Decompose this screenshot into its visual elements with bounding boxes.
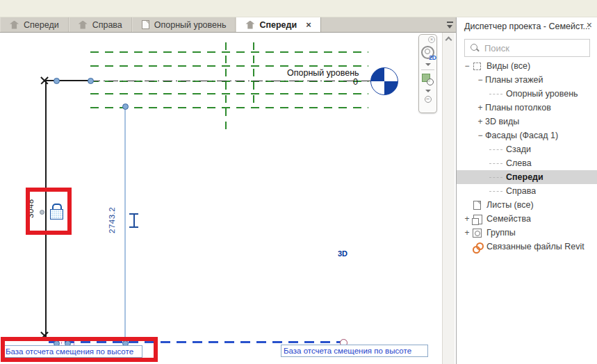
reference-plane-line[interactable] [90, 65, 368, 67]
tree-item-спереди[interactable]: Спереди [457, 170, 597, 184]
tree-item-label: Виды (все) [486, 61, 530, 71]
project-browser-header: Диспетчер проекта - Семейст... × [457, 17, 597, 36]
tree-item-label: Связанные файлы Revit [486, 242, 584, 251]
sheet-icon [472, 200, 482, 210]
base-offset-label-mid[interactable]: База отсчета смещения по высоте [281, 345, 428, 357]
tab-label: Спереди [24, 20, 59, 30]
tree-item-label: Планы этажей [485, 75, 543, 85]
level-datum-symbol[interactable] [370, 67, 398, 95]
revit-window: СпередиСправаОпорный уровеньСпереди× Опо… [0, 0, 597, 364]
tree-item-label: Листы (все) [486, 200, 534, 210]
tab-label: Спереди [259, 20, 297, 30]
tree-item-планы-этажей[interactable]: −Планы этажей [457, 73, 597, 87]
tree-expander-icon[interactable]: − [475, 131, 485, 140]
tree-item-связанные-файлы-revit[interactable]: Связанные файлы Revit [457, 240, 597, 254]
tree-item-label: Группы [486, 228, 516, 238]
tree-item-семейства[interactable]: +Семейства [457, 212, 597, 226]
level-line-dashdot[interactable] [90, 81, 370, 81]
wheel-options-chevron-icon[interactable] [425, 63, 431, 66]
views-icon [472, 61, 482, 72]
tree-item-листы-(все)[interactable]: Листы (все) [457, 198, 597, 212]
tree-connector [489, 191, 502, 192]
tree-item-label: Планы потолков [485, 103, 551, 113]
tree-item-label: Семейства [486, 214, 531, 224]
tree-expander-icon[interactable]: + [462, 214, 472, 224]
endpoint-x-marker [40, 76, 49, 85]
reference-plane-line-vertical[interactable] [253, 42, 254, 106]
reference-plane-line[interactable] [90, 51, 368, 53]
tree-item-фасады-(фасад-1)[interactable]: −Фасады (Фасад 1) [457, 129, 597, 142]
view-tab[interactable]: Опорный уровень [132, 17, 236, 32]
search-icon [470, 43, 480, 53]
project-browser-panel: Диспетчер проекта - Семейст... × −Виды (… [456, 17, 597, 364]
tree-item-label: 3D виды [485, 117, 519, 126]
tree-item-группы[interactable]: +Группы [457, 226, 597, 240]
project-browser-title: Диспетчер проекта - Семейст... [464, 22, 590, 31]
tree-item-label: Фасады (Фасад 1) [485, 131, 558, 140]
tree-item-планы-потолков[interactable]: +Планы потолков [457, 101, 597, 115]
elevation-view-icon [79, 21, 88, 29]
level-name-label[interactable]: Опорный уровень [287, 68, 359, 78]
grip-handle[interactable] [88, 78, 94, 84]
tab-label: Справа [92, 20, 122, 30]
project-browser-search[interactable] [464, 39, 590, 57]
plan-view-icon [142, 20, 149, 29]
dimension-drag-ibeam-handle[interactable] [129, 213, 138, 228]
reference-plane-line[interactable] [90, 93, 368, 94]
view-tab[interactable]: Спереди [0, 17, 69, 32]
canvas-vertical-scrollbar[interactable] [442, 33, 455, 364]
zoom-options-chevron-icon[interactable] [425, 90, 431, 92]
reference-plane-line-vertical[interactable] [225, 42, 227, 135]
grip-handle[interactable] [54, 78, 60, 84]
tree-item-label: Спереди [506, 172, 543, 182]
highlight-box-base-label [1, 337, 158, 362]
tree-expander-icon[interactable]: − [462, 61, 472, 71]
dimension-witness-line[interactable] [124, 106, 126, 343]
navbar-close-icon[interactable]: × [428, 36, 435, 43]
tree-item-опорный-уровень[interactable]: Опорный уровень [457, 87, 597, 101]
wheel-2d-label: 2D [429, 54, 436, 61]
tree-item-3d-виды[interactable]: +3D виды [457, 115, 597, 129]
tree-expander-icon[interactable]: − [475, 75, 485, 85]
elevation-view-icon [245, 21, 254, 29]
highlight-box-dimension [26, 188, 72, 235]
tree-item-справа[interactable]: Справа [457, 184, 597, 198]
tab-list-dropdown-icon[interactable] [446, 21, 455, 29]
families-icon [472, 214, 482, 224]
drawing-area: Опорный уровень 0 3048 2743.2 3D База от… [0, 33, 456, 364]
tab-label: Опорный уровень [154, 20, 227, 30]
project-browser-tree: −Виды (все)−Планы этажейОпорный уровень+… [457, 59, 597, 254]
grip-handle[interactable] [122, 104, 129, 110]
level-line[interactable] [44, 80, 90, 81]
tree-connector [489, 177, 502, 178]
steering-wheel-2d-button[interactable]: 2D [421, 46, 434, 59]
search-input[interactable] [484, 43, 584, 53]
reference-plane-line[interactable] [90, 107, 368, 108]
3d-extent-label: 3D [338, 249, 347, 258]
elevation-view-icon [10, 21, 19, 29]
tree-expander-icon[interactable]: + [462, 228, 472, 238]
tree-item-виды-(все)[interactable]: −Виды (все) [457, 59, 597, 73]
level-elevation-value[interactable]: 0 [353, 77, 358, 87]
navbar-divider [421, 69, 434, 70]
tree-item-слева[interactable]: Слева [457, 156, 597, 170]
view-tab[interactable]: Справа [69, 17, 132, 32]
panel-close-icon[interactable]: × [587, 20, 592, 30]
tree-expander-icon[interactable]: + [475, 103, 485, 113]
link-icon [472, 242, 482, 252]
view-tab[interactable]: Спереди× [236, 17, 320, 32]
tab-strip: СпередиСправаОпорный уровеньСпереди× [0, 17, 456, 33]
tree-item-label: Справа [506, 186, 536, 196]
groups-icon [472, 228, 482, 238]
tree-item-сзади[interactable]: Сзади [457, 142, 597, 156]
tree-item-label: Опорный уровень [506, 89, 578, 99]
dimension-value-2743[interactable]: 2743.2 [108, 196, 116, 245]
tree-connector [489, 163, 502, 164]
navigation-bar: × 2D − [418, 34, 437, 113]
scrollbar-up-arrow-icon[interactable] [445, 37, 452, 44]
tree-connector [489, 94, 502, 94]
navbar-collapse-icon[interactable]: − [425, 96, 432, 103]
zoom-region-button[interactable] [422, 74, 434, 85]
tree-expander-icon[interactable]: + [475, 117, 485, 126]
tab-close-icon[interactable]: × [306, 20, 311, 29]
